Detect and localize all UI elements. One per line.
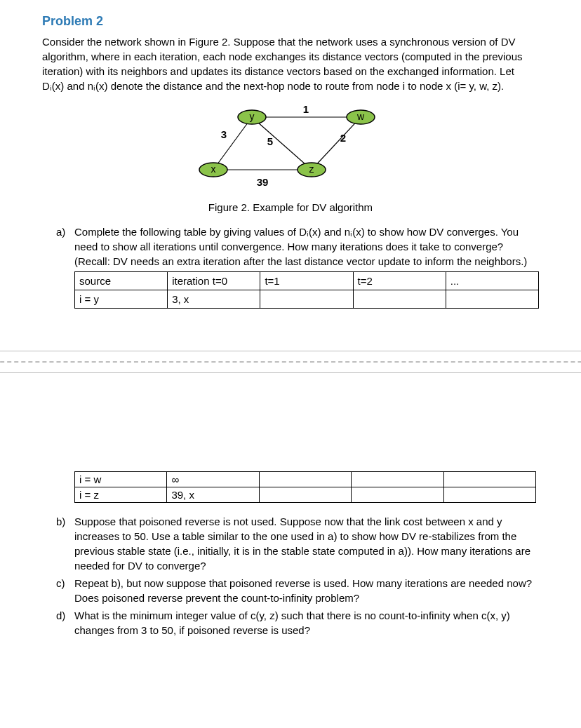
cell-y-t2	[353, 290, 446, 309]
cell-w-t1	[259, 472, 351, 487]
cell-z-src: i = z	[75, 487, 167, 503]
cell-w-t0: ∞	[167, 472, 259, 487]
node-x-label: x	[211, 163, 216, 175]
figure-caption: Figure 2. Example for DV algorithm	[208, 201, 373, 213]
part-b-text: Suppose that poisoned reverse is not use…	[74, 514, 539, 573]
node-y-label: y	[250, 111, 255, 122]
node-w-label: w	[356, 111, 365, 122]
cell-w-t2	[352, 472, 443, 487]
table-row: i = z 39, x	[75, 487, 536, 503]
page-break-line-bottom	[0, 372, 581, 373]
intro-paragraph: Consider the network shown in Figure 2. …	[42, 34, 539, 93]
edge-xz-label: 39	[257, 176, 269, 188]
cell-z-t0: 39, x	[167, 487, 259, 503]
edge-yz-label: 5	[267, 135, 273, 147]
th-more: ...	[446, 272, 538, 290]
dv-table-1: source iteration t=0 t=1 t=2 ... i = y 3…	[74, 271, 539, 309]
cell-y-t1	[260, 290, 353, 309]
cell-y-more	[446, 290, 538, 309]
svg-line-1	[213, 117, 252, 170]
cell-w-more	[443, 472, 535, 487]
part-b: b) Suppose that poisoned reverse is not …	[42, 514, 539, 573]
part-d-text: What is the minimum integer value of c(y…	[74, 608, 539, 638]
cell-w-src: i = w	[75, 472, 167, 487]
dv-table-2: i = w ∞ i = z 39, x	[74, 471, 536, 503]
edge-yx-label: 3	[221, 128, 227, 140]
part-a: a) Complete the following table by givin…	[42, 224, 539, 309]
part-a-label: a)	[42, 224, 74, 309]
table-header-row: source iteration t=0 t=1 t=2 ...	[75, 272, 539, 290]
edge-yw-label: 1	[303, 103, 309, 115]
svg-line-2	[252, 117, 312, 170]
part-d: d) What is the minimum integer value of …	[42, 608, 539, 638]
figure-container: y w x z 1 3 5 2 39 Figure 2. Example for…	[42, 103, 539, 213]
cell-z-more	[443, 487, 535, 503]
edge-wz-label: 2	[340, 132, 346, 144]
page-break-line-dashed	[0, 361, 581, 363]
part-c: c) Repeat b), but now suppose that poiso…	[42, 576, 539, 605]
cell-z-t2	[352, 487, 443, 503]
problem-heading: Problem 2	[42, 14, 539, 29]
part-c-label: c)	[42, 576, 74, 605]
cell-z-t1	[259, 487, 351, 503]
table-row: i = y 3, x	[75, 290, 539, 309]
part-b-label: b)	[42, 514, 74, 573]
th-t0: iteration t=0	[168, 272, 260, 290]
cell-y-t0: 3, x	[168, 290, 260, 309]
network-diagram: y w x z 1 3 5 2 39	[185, 103, 396, 194]
page-break	[0, 351, 581, 373]
page-break-line-top	[0, 351, 581, 351]
th-source: source	[75, 272, 168, 290]
part-d-label: d)	[42, 608, 74, 638]
part-a-text: Complete the following table by giving v…	[74, 224, 539, 269]
table-row: i = w ∞	[75, 472, 536, 487]
th-t2: t=2	[353, 272, 446, 290]
node-z-label: z	[309, 163, 314, 175]
th-t1: t=1	[260, 272, 353, 290]
part-c-text: Repeat b), but now suppose that poisoned…	[74, 576, 539, 605]
svg-line-3	[312, 117, 361, 170]
cell-y-src: i = y	[75, 290, 168, 309]
